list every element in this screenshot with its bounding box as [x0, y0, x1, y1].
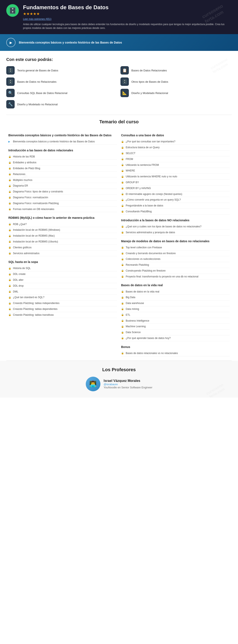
- lesson-item[interactable]: 🔒Diagrama ER: [8, 183, 117, 189]
- lesson-item[interactable]: 🔒Creando Platzblog: tablas transitivas: [8, 312, 117, 318]
- lesson-item[interactable]: 🔒Consultando PlatziBlog: [121, 209, 230, 214]
- lesson-item[interactable]: 🔒RDB ¿Qué?: [8, 222, 117, 227]
- lesson-item[interactable]: 🔒Proyecto final: transformando tu proyec…: [121, 274, 230, 280]
- lesson-item[interactable]: 🔒Data mining: [121, 306, 230, 312]
- lock-icon: 🔒: [121, 169, 124, 172]
- lesson-item[interactable]: 🔒¿Qué tan standard es SQL?: [8, 294, 117, 300]
- lesson-item[interactable]: 🔒Business Intelligence: [121, 318, 230, 324]
- lesson-item[interactable]: 🔒Data Science: [121, 330, 230, 336]
- lesson-item[interactable]: 🔒DDL create: [8, 271, 117, 277]
- lesson-text: Consultando PlatziBlog: [126, 210, 152, 213]
- lock-icon: 🔒: [8, 314, 11, 316]
- skill-item: 🔍 Consultas SQL Base de Datos Relacional: [6, 89, 118, 97]
- lesson-item[interactable]: 🔒DDL alter: [8, 277, 117, 283]
- skill-item: 🗄️ Otros tipos de Bases de Datos: [120, 78, 232, 86]
- lock-icon: 🔒: [121, 140, 124, 143]
- lesson-item[interactable]: 🔒Creando Platzblog: tablas dependientes: [8, 306, 117, 312]
- lesson-item[interactable]: 🔒Preguntándole a la base de datos: [121, 203, 230, 209]
- lesson-item[interactable]: 🔒Formas normales en DB relacionales: [8, 206, 117, 212]
- lock-icon: 🔒: [121, 258, 124, 261]
- play-button[interactable]: ▶: [6, 38, 15, 47]
- lesson-item[interactable]: 🔒¿Qué son y cuáles son los tipos de base…: [121, 224, 230, 230]
- skill-icon: 🔧: [6, 100, 15, 108]
- lesson-item[interactable]: 🔒Instalación local de un RDBMS (Ubuntu): [8, 239, 117, 245]
- lesson-item[interactable]: 🔒El interminable agujero de conejo (Nest…: [121, 191, 230, 197]
- temario-title: Temario del curso: [6, 119, 232, 124]
- chapter-title: Consultas a una base de datos: [121, 133, 230, 137]
- lesson-item[interactable]: 🔒Instalación local de un RDBMS (Windows): [8, 227, 117, 233]
- lesson-item[interactable]: 🔒Relaciones: [8, 172, 117, 177]
- lesson-item[interactable]: 🔒Entidades de Platzi Blog: [8, 166, 117, 172]
- skill-item: 📋 Bases de Datos Relacionales: [120, 66, 232, 74]
- skill-icon: 📐: [120, 89, 129, 97]
- professors-list: 👨‍💻 Israel Vázquez Morales @israbaure Yo…: [6, 377, 232, 391]
- lesson-item[interactable]: 🔒Diagrama Físico: normalización: [8, 195, 117, 200]
- lesson-item[interactable]: ▶Bienvenida conceptos básicos y contexto…: [8, 139, 117, 145]
- lesson-item[interactable]: 🔒Servicios administrados y jerarquía de …: [121, 230, 230, 236]
- lesson-item[interactable]: 🔒Historia de SQL: [8, 266, 117, 271]
- lesson-item[interactable]: 🔒DDL drop: [8, 283, 117, 289]
- lesson-text: Diagrama Físico: tipos de datos y constr…: [13, 190, 63, 194]
- lesson-item[interactable]: 🔒Bases de datos en la vida real: [121, 289, 230, 295]
- lesson-item[interactable]: 🔒Machine Learning: [121, 324, 230, 330]
- lesson-text: Formas normales en DB relacionales: [13, 208, 54, 211]
- lesson-item[interactable]: 🔒GROUP BY: [121, 180, 230, 186]
- lesson-item[interactable]: 🔒¿Por qué aprender bases de datos hoy?: [121, 336, 230, 341]
- lesson-item[interactable]: 🔒Múltiples muchos: [8, 177, 117, 183]
- lesson-item[interactable]: 🔒Data warehouse: [121, 300, 230, 306]
- lesson-item[interactable]: 🔒¿Por qué las consultas son tan importan…: [121, 139, 230, 145]
- lesson-text: Creando Platzblog: tablas transitivas: [13, 313, 54, 317]
- lesson-item[interactable]: 🔒Creando y borrando documentos en firest…: [121, 250, 230, 256]
- lesson-item[interactable]: 🔒Servicios administrados: [8, 250, 117, 256]
- lesson-item[interactable]: 🔒Entidades y atributos: [8, 160, 117, 166]
- lesson-item[interactable]: 🔒WHERE: [121, 168, 230, 174]
- lock-icon: 🔒: [121, 269, 124, 272]
- lesson-text: ¿Qué son y cuáles son los tipos de bases…: [126, 225, 201, 228]
- lesson-item[interactable]: 🔒Top level collection con Firebase: [121, 245, 230, 250]
- lesson-item[interactable]: 🔒Construyendo Platzblog en firestore: [121, 268, 230, 274]
- course-description: Antes de utilizar cualquier tecnología p…: [23, 22, 232, 30]
- professor-info: Israel Vázquez Morales @israbaure YouNoo…: [104, 379, 152, 389]
- lesson-item[interactable]: 🔒DML: [8, 289, 117, 295]
- professor-handle[interactable]: @israbaure: [104, 383, 152, 386]
- lesson-item[interactable]: 🔒Creando Platzblog: tablas independiente…: [8, 300, 117, 306]
- lesson-text: DML: [13, 290, 18, 294]
- professors-section: Los Profesores 👨‍💻 Israel Vázquez Morale…: [0, 361, 238, 398]
- lock-icon: 🔒: [8, 267, 11, 270]
- lock-icon: 🔒: [121, 275, 124, 278]
- lock-icon: 🔒: [121, 210, 124, 213]
- lesson-item[interactable]: 🔒Utilizando la sentencia FROM: [121, 162, 230, 168]
- lock-icon: 🔒: [121, 296, 124, 299]
- lesson-item[interactable]: 🔒SELECT: [121, 150, 230, 156]
- lesson-text: Utilizando la sentencia FROM: [126, 163, 159, 167]
- lesson-item[interactable]: 🔒Recreando Platzblog: [121, 262, 230, 268]
- lock-icon: 🔒: [121, 252, 124, 255]
- lesson-item[interactable]: 🔒Diagrama Físico: tipos de datos y const…: [8, 189, 117, 195]
- lesson-item[interactable]: 🔒Historia de las RDB: [8, 154, 117, 160]
- review-link[interactable]: Leer más opiniones (651): [23, 18, 51, 20]
- chapter-title: Introducción a las bases de datos relaci…: [8, 148, 117, 152]
- lesson-text: Múltiples muchos: [13, 178, 32, 182]
- lesson-text: Big Data: [126, 296, 135, 299]
- video-banner[interactable]: ▶ Bienvenida conceptos básicos y context…: [0, 34, 238, 51]
- lesson-text: Colecciones vs subcolecciones: [126, 257, 160, 261]
- lesson-item[interactable]: 🔒ORDER BY y HAVING: [121, 186, 230, 191]
- skill-label: Bases de Datos Relacionales: [131, 69, 167, 72]
- lesson-item[interactable]: 🔒FROM: [121, 156, 230, 162]
- lock-icon: 🔒: [8, 252, 11, 255]
- lesson-item[interactable]: 🔒Estructura básica de un Query: [121, 145, 230, 150]
- video-title: Bienvenida conceptos básicos y contexto …: [19, 41, 122, 44]
- lesson-item[interactable]: 🔒Big Data: [121, 294, 230, 300]
- lesson-text: Historia de SQL: [13, 266, 31, 270]
- lesson-item[interactable]: 🔒Instalación local de un RDBMS (Mac): [8, 233, 117, 239]
- lesson-item[interactable]: 🔒Diagrama Físico: normalizando Platzblog: [8, 200, 117, 206]
- skill-icon: 🗄️: [6, 78, 15, 86]
- lesson-item[interactable]: 🔒Clientes gráficos: [8, 245, 117, 250]
- lesson-item[interactable]: 🔒ETL: [121, 312, 230, 318]
- lesson-text: Diagrama Físico: normalizando Platzblog: [13, 202, 59, 205]
- lesson-item[interactable]: 🔒Bases de datos relacionales vs no relac…: [121, 350, 230, 356]
- lesson-item[interactable]: 🔒¿Cómo convertir una pregunta en un quer…: [121, 197, 230, 203]
- lesson-text: ETL: [126, 313, 130, 317]
- lesson-item[interactable]: 🔒Utilizando la sentencia WHERE nulo y no…: [121, 174, 230, 180]
- lesson-item[interactable]: 🔒Colecciones vs subcolecciones: [121, 256, 230, 262]
